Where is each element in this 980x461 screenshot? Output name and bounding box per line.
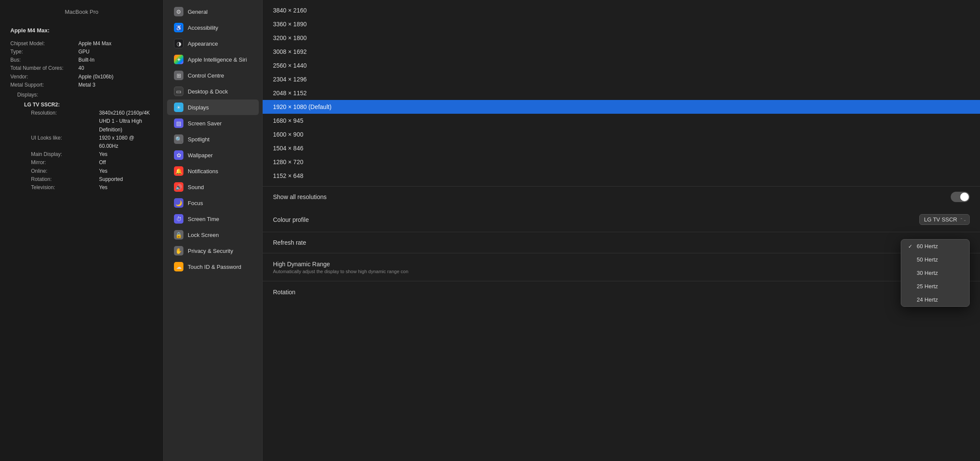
system-info-panel: MacBook Pro Apple M4 Max: Chipset Model:…: [0, 0, 164, 461]
refresh-rate-label: Refresh rate: [273, 239, 306, 246]
sidebar-item-control[interactable]: ⊞Control Centre: [167, 68, 259, 83]
display-info-row: Television:Yes: [31, 184, 153, 192]
colour-profile-value: LG TV SSCR: [924, 216, 957, 223]
resolution-item[interactable]: 3200 × 1800: [263, 31, 980, 45]
show-all-resolutions-row: Show all resolutions: [263, 187, 980, 207]
refresh-rate-option[interactable]: ✓60 Hertz: [901, 240, 969, 253]
main-content: 3840 × 21603360 × 18903200 × 18003008 × …: [263, 0, 980, 461]
wallpaper-icon: ✿: [174, 150, 183, 160]
sidebar-item-displays[interactable]: ☀Displays: [167, 100, 259, 115]
appearance-icon: ◑: [174, 39, 183, 48]
info-row: Total Number of Cores:40: [10, 64, 153, 72]
info-row: Metal Support:Metal 3: [10, 81, 153, 89]
sidebar-item-label-sound: Sound: [188, 184, 204, 190]
resolution-item[interactable]: 1920 × 1080 (Default): [263, 100, 980, 114]
refresh-rate-value: 24 Hertz: [917, 296, 938, 303]
refresh-rate-option[interactable]: 30 Hertz: [901, 266, 969, 280]
display-info-row: UI Looks like:1920 x 1080 @ 60.00Hz: [31, 134, 153, 150]
display-info-value: Yes: [99, 167, 108, 175]
resolution-item[interactable]: 3360 × 1890: [263, 17, 980, 31]
sidebar-item-label-wallpaper: Wallpaper: [188, 152, 213, 159]
sidebar-item-focus[interactable]: 🌙Focus: [167, 195, 259, 211]
sidebar-item-label-privacy: Privacy & Security: [188, 248, 233, 254]
sidebar-item-accessibility[interactable]: ♿Accessibility: [167, 20, 259, 35]
info-label: Type:: [10, 48, 75, 56]
hdr-label: High Dynamic Range: [273, 261, 330, 268]
rotation-label: Rotation: [273, 289, 295, 296]
sidebar-item-label-control: Control Centre: [188, 72, 224, 79]
display-info-row: Resolution:3840x2160 (2160p/4K UHD 1 - U…: [31, 109, 153, 134]
sidebar-item-notifications[interactable]: 🔔Notifications: [167, 163, 259, 179]
info-label: Bus:: [10, 56, 75, 64]
focus-icon: 🌙: [174, 198, 183, 208]
display-info-label: Main Display:: [31, 150, 96, 159]
display-info-value: Yes: [99, 184, 108, 192]
lockscreen-icon: 🔒: [174, 230, 183, 240]
sound-icon: 🔊: [174, 182, 183, 192]
resolution-item[interactable]: 3840 × 2160: [263, 3, 980, 17]
desktop-icon: ▭: [174, 87, 183, 96]
display-info-row: Online:Yes: [31, 167, 153, 175]
display-info-row: Rotation:Supported: [31, 175, 153, 184]
resolution-item[interactable]: 2048 × 1152: [263, 86, 980, 100]
sidebar-item-general[interactable]: ⚙General: [167, 4, 259, 19]
display-info-row: Mirror:Off: [31, 159, 153, 167]
sidebar-item-label-desktop: Desktop & Dock: [188, 88, 228, 95]
display-info-label: Mirror:: [31, 159, 96, 167]
refresh-rate-option[interactable]: 50 Hertz: [901, 253, 969, 266]
display-name: LG TV SSCR2:: [24, 101, 153, 109]
general-icon: ⚙: [174, 7, 183, 16]
sidebar-item-label-spotlight: Spotlight: [188, 136, 210, 143]
info-label: Metal Support:: [10, 81, 75, 89]
sidebar-item-label-touchid: Touch ID & Password: [188, 264, 241, 270]
sidebar-item-spotlight[interactable]: 🔍Spotlight: [167, 131, 259, 147]
sidebar-item-screensaver[interactable]: ▨Screen Saver: [167, 115, 259, 131]
refresh-rate-option[interactable]: 24 Hertz: [901, 293, 969, 306]
sidebar-item-privacy[interactable]: ✋Privacy & Security: [167, 243, 259, 259]
resolution-item[interactable]: 1504 × 846: [263, 141, 980, 155]
sidebar-item-desktop[interactable]: ▭Desktop & Dock: [167, 84, 259, 99]
info-value: 40: [78, 64, 84, 72]
sidebar-item-touchid[interactable]: ☁Touch ID & Password: [167, 259, 259, 274]
sidebar-item-wallpaper[interactable]: ✿Wallpaper: [167, 147, 259, 163]
resolutions-panel: 3840 × 21603360 × 18903200 × 18003008 × …: [263, 0, 980, 303]
resolution-list: 3840 × 21603360 × 18903200 × 18003008 × …: [263, 0, 980, 187]
info-value: Apple M4 Max: [78, 40, 112, 48]
sidebar-item-siri[interactable]: ✦Apple Intelligence & Siri: [167, 52, 259, 67]
window-title: MacBook Pro: [10, 9, 153, 19]
siri-icon: ✦: [174, 55, 183, 64]
hdr-section: High Dynamic Range Automatically adjust …: [263, 253, 980, 281]
sidebar-item-lockscreen[interactable]: 🔒Lock Screen: [167, 227, 259, 243]
resolution-item[interactable]: 3008 × 1692: [263, 45, 980, 59]
sidebar-item-sound[interactable]: 🔊Sound: [167, 179, 259, 195]
info-value: GPU: [78, 48, 90, 56]
resolution-item[interactable]: 1600 × 900: [263, 128, 980, 141]
display-info-label: Online:: [31, 167, 96, 175]
refresh-rate-option[interactable]: 25 Hertz: [901, 280, 969, 293]
sidebar-item-appearance[interactable]: ◑Appearance: [167, 36, 259, 51]
show-all-resolutions-toggle[interactable]: [951, 192, 970, 202]
display-info-label: Television:: [31, 184, 96, 192]
resolution-item[interactable]: 2304 × 1296: [263, 72, 980, 86]
info-value: Metal 3: [78, 81, 95, 89]
sidebar-item-screentime[interactable]: ⏱Screen Time: [167, 211, 259, 227]
sidebar-item-label-general: General: [188, 9, 208, 15]
hdr-sublabel: Automatically adjust the display to show…: [273, 269, 445, 274]
colour-profile-select[interactable]: LG TV SSCR: [919, 214, 970, 225]
refresh-rate-section: Refresh rate ✓60 Hertz50 Hertz30 Hertz25…: [263, 232, 980, 253]
sidebar-item-label-screensaver: Screen Saver: [188, 120, 222, 127]
display-info-row: Main Display:Yes: [31, 150, 153, 159]
sidebar-item-label-siri: Apple Intelligence & Siri: [188, 56, 247, 63]
info-row: Chipset Model:Apple M4 Max: [10, 40, 153, 48]
accessibility-icon: ♿: [174, 23, 183, 32]
refresh-rate-value: 50 Hertz: [917, 256, 938, 263]
notifications-icon: 🔔: [174, 166, 183, 176]
resolution-item[interactable]: 1680 × 945: [263, 114, 980, 128]
info-row: Type:GPU: [10, 48, 153, 56]
resolution-item[interactable]: 1280 × 720: [263, 155, 980, 169]
sidebar-item-label-focus: Focus: [188, 200, 203, 206]
info-value: Apple (0x106b): [78, 73, 113, 81]
resolution-item[interactable]: 2560 × 1440: [263, 59, 980, 72]
display-info-label: Resolution:: [31, 109, 96, 134]
resolution-item[interactable]: 1152 × 648: [263, 169, 980, 183]
